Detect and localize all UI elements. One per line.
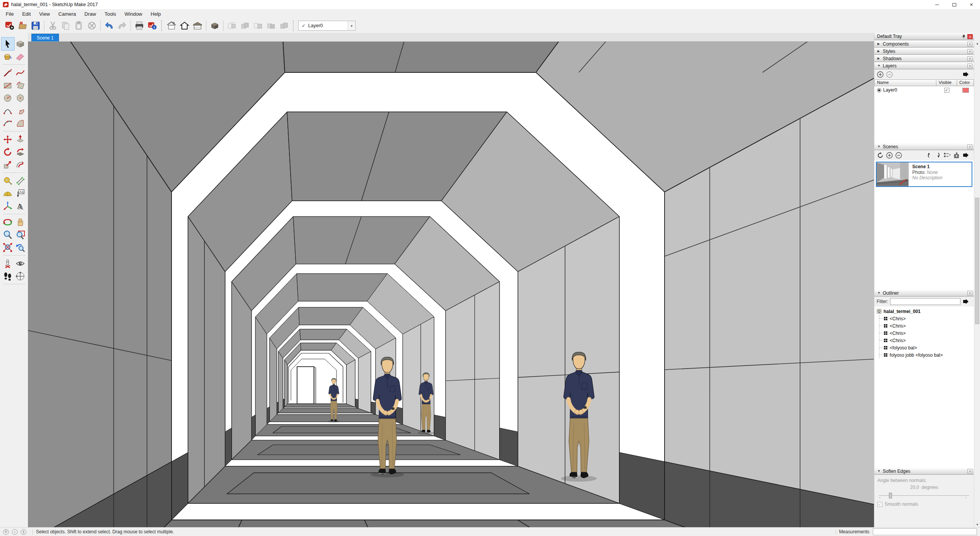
viewport-3d-scene[interactable] [28, 42, 874, 527]
close-button[interactable]: × [963, 0, 980, 9]
outliner-item[interactable]: <Chris> [879, 337, 974, 344]
scroll-thumb[interactable] [975, 198, 979, 324]
rotate-tool[interactable] [2, 146, 14, 158]
zoom-window-tool[interactable] [14, 228, 27, 241]
dimension-tool[interactable] [14, 174, 27, 187]
user-icon[interactable] [21, 529, 26, 535]
open-icon[interactable] [16, 20, 29, 32]
pin-icon[interactable] [961, 34, 966, 39]
scene-tab-1[interactable]: Scene 1 [31, 34, 59, 41]
scroll-down-icon[interactable]: ▾ [974, 523, 980, 526]
dynamic-component-3-icon[interactable] [252, 20, 264, 32]
polygon-tool[interactable] [14, 92, 27, 104]
text-tool[interactable]: A1 [14, 187, 27, 200]
circle-tool[interactable] [2, 92, 14, 104]
section-shadows[interactable]: ▶ Shadows × [874, 55, 974, 62]
section-close-icon[interactable]: × [967, 64, 972, 68]
position-camera-tool[interactable] [2, 257, 14, 270]
scene-thumbnails-icon[interactable] [953, 152, 960, 159]
section-styles[interactable]: ▶ Styles × [874, 48, 974, 55]
section-close-icon[interactable]: × [967, 144, 972, 149]
zoom-extents-tool[interactable] [2, 241, 14, 254]
section-plane-tool[interactable] [14, 270, 27, 282]
chevron-down-icon[interactable]: ▾ [348, 21, 355, 30]
dynamic-component-2-icon[interactable] [239, 20, 251, 32]
dynamic-component-5-icon[interactable] [278, 20, 290, 32]
redo-icon[interactable] [116, 20, 128, 32]
remove-layer-icon[interactable] [886, 71, 893, 78]
arc-tool[interactable] [14, 117, 27, 129]
layer-visible-checkbox[interactable]: ✓ [944, 88, 949, 93]
make-component-tool[interactable] [14, 38, 27, 50]
offset-tool[interactable] [14, 158, 27, 171]
cut-icon[interactable] [47, 20, 59, 32]
measurements-input[interactable] [873, 528, 977, 535]
add-layer-icon[interactable] [877, 71, 884, 78]
move-scene-up-icon[interactable] [926, 152, 933, 159]
save-icon[interactable] [29, 20, 42, 32]
tray-close-icon[interactable]: × [967, 34, 973, 39]
pie-tool[interactable] [14, 104, 27, 117]
outliner-details-arrow-icon[interactable] [962, 298, 969, 305]
layers-details-arrow-icon[interactable] [962, 71, 969, 78]
rectangle-tool[interactable] [2, 79, 14, 92]
menu-view[interactable]: View [35, 9, 54, 18]
layers-col-color[interactable]: Color [957, 79, 974, 86]
two-point-arc-tool[interactable] [2, 104, 14, 117]
protractor-tool[interactable] [2, 187, 14, 200]
geolocation-icon[interactable] [3, 529, 9, 535]
follow-me-tool[interactable] [14, 146, 27, 158]
menu-help[interactable]: Help [147, 9, 165, 18]
menu-edit[interactable]: Edit [18, 9, 35, 18]
axes-tool[interactable] [2, 200, 14, 212]
section-soften-edges[interactable]: ▼ Soften Edges × [874, 467, 974, 475]
maximize-button[interactable] [946, 0, 963, 9]
section-layers[interactable]: ▼ Layers × [874, 62, 974, 69]
line-tool[interactable] [2, 66, 14, 79]
home-icon[interactable] [178, 20, 191, 32]
viewport-3d[interactable] [28, 42, 874, 527]
outliner-item[interactable]: <Chris> [879, 315, 974, 322]
add-scene-icon[interactable] [886, 152, 893, 159]
outliner-root[interactable]: halal_termei_001 [877, 308, 974, 315]
shed-icon[interactable] [191, 20, 204, 32]
new-icon[interactable] [3, 20, 16, 32]
look-around-tool[interactable] [14, 257, 27, 270]
outliner-item[interactable]: <Chris> [879, 329, 974, 337]
view-options-icon[interactable] [944, 152, 951, 159]
slider-handle[interactable] [889, 493, 892, 498]
paint-bucket-tool[interactable] [2, 50, 14, 63]
zoom-previous-tool[interactable] [14, 241, 27, 254]
freehand-tool[interactable] [14, 66, 27, 79]
section-scenes[interactable]: ▼ Scenes × [874, 143, 974, 150]
menu-draw[interactable]: Draw [80, 9, 100, 18]
section-close-icon[interactable]: × [967, 291, 972, 295]
move-tool[interactable] [2, 133, 14, 146]
tape-measure-tool[interactable] [2, 174, 14, 187]
section-close-icon[interactable]: × [967, 49, 972, 54]
remove-scene-icon[interactable] [895, 152, 902, 159]
active-layer-radio[interactable] [877, 88, 881, 92]
model-info-icon[interactable] [146, 20, 158, 32]
pan-tool[interactable] [14, 216, 27, 228]
section-close-icon[interactable]: × [967, 56, 972, 61]
update-scene-icon[interactable] [877, 152, 884, 159]
scene-list-item[interactable]: Scene 1 Photo: None No Description [876, 162, 972, 187]
print-icon[interactable] [133, 20, 145, 32]
menu-tools[interactable]: Tools [100, 9, 120, 18]
outliner-filter-input[interactable] [890, 298, 960, 305]
dynamic-component-1-icon[interactable] [226, 20, 238, 32]
scenes-details-arrow-icon[interactable] [962, 152, 969, 159]
info-icon[interactable]: i [12, 529, 18, 535]
orbit-tool[interactable] [2, 216, 14, 228]
paste-icon[interactable] [73, 20, 85, 32]
section-outliner[interactable]: ▼ Outliner × [874, 289, 974, 297]
menu-camera[interactable]: Camera [54, 9, 80, 18]
push-pull-tool[interactable] [14, 133, 27, 146]
component-house-icon[interactable] [165, 20, 178, 32]
layers-col-name[interactable]: Name [874, 79, 936, 86]
section-close-icon[interactable]: × [967, 42, 972, 46]
scroll-up-icon[interactable]: ▴ [974, 41, 980, 45]
tray-header[interactable]: Default Tray × [874, 33, 974, 40]
rotated-rectangle-tool[interactable] [14, 79, 27, 92]
